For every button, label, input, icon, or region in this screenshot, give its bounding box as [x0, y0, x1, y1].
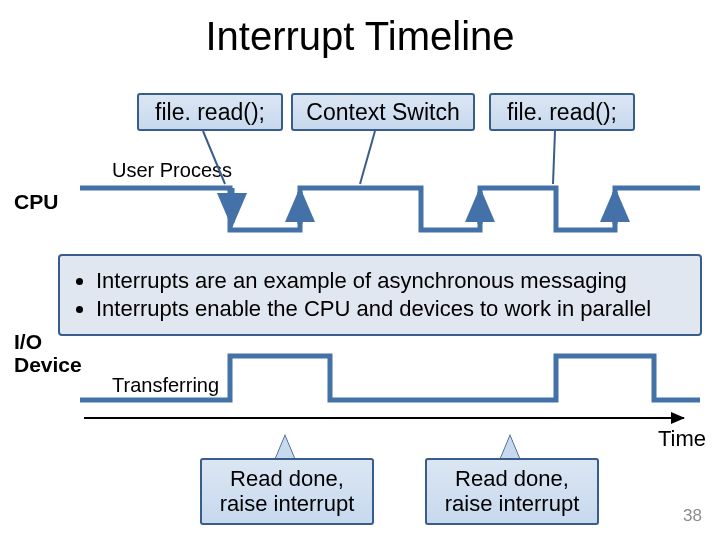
label-io-device: I/O Device: [14, 330, 82, 376]
callout-read-done-1: Read done, raise interrupt: [200, 458, 374, 525]
key-points-overlay: Interrupts are an example of asynchronou…: [58, 254, 702, 336]
bullet-2: Interrupts enable the CPU and devices to…: [96, 296, 690, 322]
label-user-process: User Process: [112, 159, 232, 182]
box-file-read-1: file. read();: [137, 93, 283, 131]
slide-title: Interrupt Timeline: [0, 14, 720, 59]
time-axis: [84, 417, 684, 419]
label-time: Time: [658, 426, 706, 452]
svg-line-2: [553, 131, 555, 184]
box-context-switch: Context Switch: [291, 93, 475, 131]
callout-2-tail: [500, 436, 520, 460]
label-cpu: CPU: [14, 190, 58, 214]
box-file-read-2: file. read();: [489, 93, 635, 131]
page-number: 38: [683, 506, 702, 526]
label-transferring: Transferring: [112, 374, 219, 397]
callout-read-done-2: Read done, raise interrupt: [425, 458, 599, 525]
callout-1-tail: [275, 436, 295, 460]
bullet-1: Interrupts are an example of asynchronou…: [96, 268, 690, 294]
svg-line-1: [360, 131, 375, 184]
